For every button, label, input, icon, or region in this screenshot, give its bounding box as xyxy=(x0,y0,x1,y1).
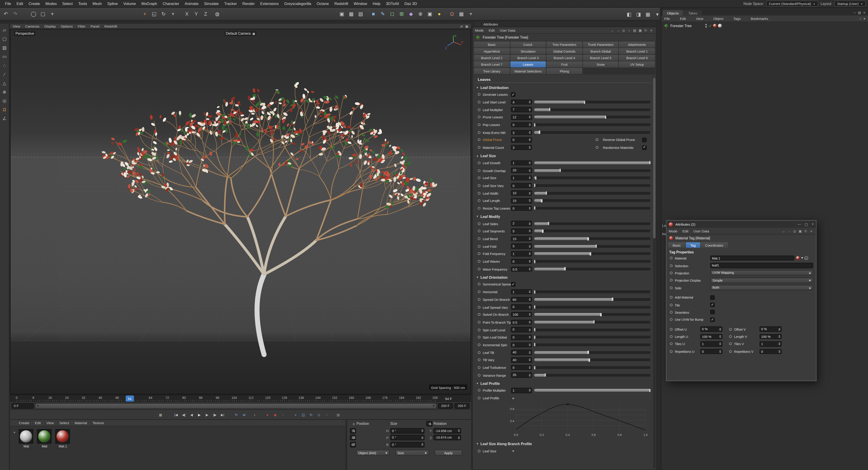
checkbox[interactable]: ✓ xyxy=(511,92,515,97)
keyframe-dot-icon[interactable] xyxy=(596,146,598,149)
keyframe-dot-icon[interactable] xyxy=(670,271,673,274)
value-field[interactable]: 0 xyxy=(511,183,532,188)
spinner-arrows-icon[interactable] xyxy=(457,429,460,433)
object-menu-file[interactable]: File xyxy=(664,16,670,20)
keyframe-dot-icon[interactable] xyxy=(477,397,480,399)
slider[interactable] xyxy=(534,162,650,164)
record-scale-icon[interactable]: ◱ xyxy=(300,411,307,418)
collapse-triangle-icon[interactable]: ▼ xyxy=(476,275,479,279)
value-field[interactable]: 10 xyxy=(511,191,532,196)
lock-icon[interactable]: ▣ xyxy=(638,28,643,33)
menu-icon[interactable]: ≡ xyxy=(649,28,654,33)
spinner-arrows-icon[interactable] xyxy=(528,222,531,226)
coordinate-system-icon[interactable]: ◍ xyxy=(213,9,222,19)
spinner-arrows-icon[interactable] xyxy=(528,252,531,256)
prev-frame-icon[interactable]: ◀ xyxy=(188,411,195,418)
keyframe-dot-icon[interactable] xyxy=(477,298,480,301)
layout-menu-icon[interactable]: ▾ xyxy=(653,9,662,19)
search-icon[interactable]: ○ xyxy=(627,28,631,33)
tab-global-controls[interactable]: Global Controls xyxy=(547,48,582,54)
tab-branch-level-7[interactable]: Branch Level 7 xyxy=(474,61,509,68)
keyframe-dot-icon[interactable] xyxy=(477,260,480,263)
render-view-icon[interactable]: ▣ xyxy=(337,9,346,19)
value-field[interactable]: 15 xyxy=(511,236,532,241)
node-space-select[interactable]: Current (Standard/Physical)▼ xyxy=(766,0,818,6)
keyframe-dot-icon[interactable] xyxy=(477,116,480,119)
menu-animate[interactable]: Animate xyxy=(182,2,202,5)
tab-branch-level-1[interactable]: Branch Level 1 xyxy=(619,48,655,54)
value-field[interactable]: 0 xyxy=(760,349,782,354)
expand-arrow-icon[interactable]: ▸ xyxy=(513,449,515,453)
keyframe-dot-icon[interactable] xyxy=(477,230,480,232)
spinner-arrows-icon[interactable] xyxy=(528,389,531,393)
viewport-menu-view[interactable]: View xyxy=(13,24,20,28)
next-frame-icon[interactable]: ▶ xyxy=(203,411,211,418)
spinner-arrows-icon[interactable] xyxy=(528,145,531,149)
keyframe-dot-icon[interactable] xyxy=(477,268,480,270)
tab-basic[interactable]: Basic xyxy=(668,242,685,248)
coords-size-select[interactable]: Size xyxy=(395,449,429,456)
tab-material-selections[interactable]: Material Selections xyxy=(510,68,546,74)
apply-button[interactable]: Apply xyxy=(434,449,462,456)
slider[interactable] xyxy=(534,260,650,263)
slider[interactable] xyxy=(534,351,650,354)
attr-menu-mode[interactable]: Mode xyxy=(475,28,484,32)
subdivision-surface-icon[interactable]: ◻ xyxy=(388,9,397,19)
render-preview-icon[interactable]: ▦ xyxy=(157,411,164,418)
tab-hyperwind[interactable]: HyperWind xyxy=(474,48,509,54)
live-selection-icon[interactable]: ◯ xyxy=(29,9,38,19)
make-editable-icon[interactable]: ▱ xyxy=(0,26,8,34)
section-leaf-profile[interactable]: ▼Leaf Profile xyxy=(474,380,653,387)
viewport-menu-panel[interactable]: Panel xyxy=(90,24,99,28)
workplane-mode-icon[interactable]: ▭ xyxy=(0,53,8,60)
layout-select[interactable]: Startup (User)▼ xyxy=(834,0,866,6)
slider[interactable] xyxy=(534,116,650,119)
spinner-arrows-icon[interactable] xyxy=(528,130,531,134)
menu-octane[interactable]: Octane xyxy=(314,2,332,5)
field-material[interactable]: Mat.1 xyxy=(710,256,794,261)
menu-spline[interactable]: Spline xyxy=(105,2,121,5)
spinner-arrows-icon[interactable] xyxy=(528,100,531,104)
coords-mode-select[interactable]: Object (Rel) xyxy=(356,449,390,456)
range-end-field-2[interactable]: 200 F xyxy=(455,403,469,408)
value-field[interactable]: 2 xyxy=(511,221,532,226)
menu-create[interactable]: Create xyxy=(26,2,42,5)
object-menu-view[interactable]: View xyxy=(696,16,703,20)
layout-toggle-right-icon[interactable]: ◨ xyxy=(634,9,643,19)
menu-modes[interactable]: Modes xyxy=(43,2,59,5)
spinner-arrows-icon[interactable] xyxy=(429,422,431,426)
value-field[interactable]: 0.5 xyxy=(511,266,532,271)
keyframe-dot-icon[interactable] xyxy=(477,162,480,164)
tab-branch-level-6[interactable]: Branch Level 6 xyxy=(619,55,655,61)
slider[interactable] xyxy=(534,298,650,301)
tree-render[interactable] xyxy=(11,29,471,394)
value-field[interactable]: 1 xyxy=(511,160,532,165)
spinner-arrows-icon[interactable] xyxy=(528,365,531,369)
section-leaf-modify[interactable]: ▼Leaf Modify xyxy=(474,213,653,220)
value-field[interactable]: 12 xyxy=(511,114,532,120)
value-field[interactable]: 0 xyxy=(511,137,532,142)
spinner-arrows-icon[interactable] xyxy=(528,335,531,339)
visibility-dots[interactable] xyxy=(706,24,707,28)
spinner-arrows-icon[interactable] xyxy=(352,435,355,440)
spinner-arrows-icon[interactable] xyxy=(352,442,355,447)
material-item-mat-1-2[interactable]: Mat.1 xyxy=(55,429,70,448)
menu-mograph[interactable]: MoGraph xyxy=(138,2,160,5)
size-field-y[interactable]: 1011.48 cm xyxy=(350,435,356,440)
floating-menu-mode[interactable]: Mode xyxy=(669,229,677,233)
object-menu-tags[interactable]: Tags xyxy=(733,16,741,20)
spinner-arrows-icon[interactable] xyxy=(528,343,531,347)
select-projection[interactable]: UVW Mapping xyxy=(710,270,813,275)
spinner-arrows-icon[interactable] xyxy=(421,442,423,447)
selection-box-icon[interactable]: ▢ xyxy=(38,9,48,19)
spinner-arrows-icon[interactable] xyxy=(528,237,531,241)
spinner-arrows-icon[interactable] xyxy=(778,342,780,346)
spinner-arrows-icon[interactable] xyxy=(719,342,721,346)
spinner-arrows-icon[interactable] xyxy=(528,259,531,263)
timeline-marker[interactable]: 54 xyxy=(125,396,134,402)
play-mode-icon[interactable]: ↻ xyxy=(232,411,240,418)
object-menu-object[interactable]: Object xyxy=(713,16,723,20)
panel-grip-icon[interactable]: ⋮⋮ xyxy=(475,22,481,26)
tab-branch-level-4[interactable]: Branch Level 4 xyxy=(547,55,582,61)
keyframe-dot-icon[interactable] xyxy=(477,351,480,354)
